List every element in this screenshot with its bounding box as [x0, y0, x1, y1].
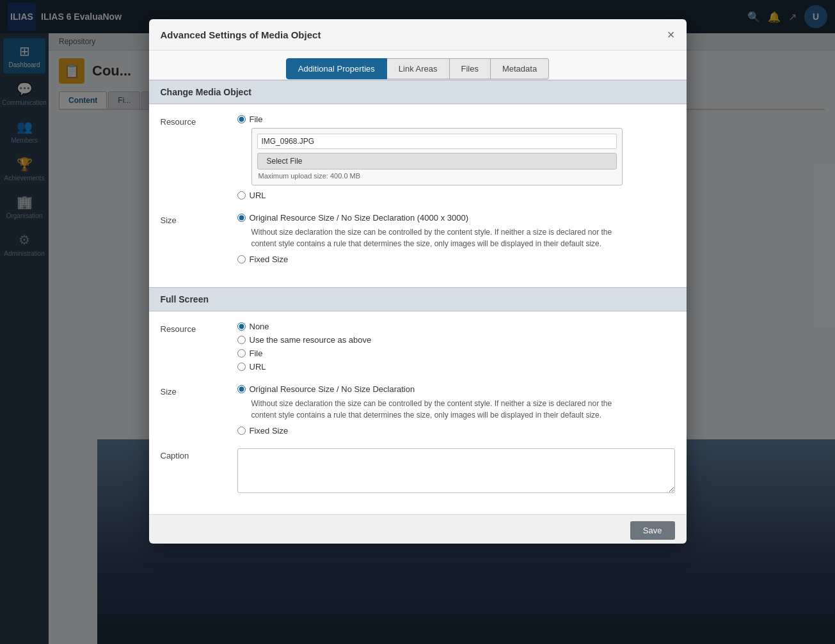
original-size-radio-label: Original Resource Size / No Size Declara…	[250, 213, 469, 223]
change-media-section-header: Change Media Object	[149, 80, 687, 104]
caption-control	[237, 448, 675, 495]
url-radio-input[interactable]	[237, 191, 246, 200]
original-size-description: Without size declaration the size can be…	[251, 226, 623, 249]
modal-tabs: Additional Properties Link Areas Files M…	[149, 51, 687, 80]
use-same-radio-option[interactable]: Use the same resource as above	[237, 335, 675, 345]
modal-footer: Save	[149, 514, 687, 544]
modal-tab-files[interactable]: Files	[450, 58, 491, 79]
file-radio-option[interactable]: File	[237, 114, 675, 124]
size-label: Size	[161, 213, 237, 225]
url-radio-option[interactable]: URL	[237, 191, 675, 200]
select-file-button[interactable]: Select File	[257, 153, 617, 169]
fixed-size-radio-option[interactable]: Fixed Size	[237, 255, 675, 264]
change-media-size-row: Size Original Resource Size / No Size De…	[161, 213, 675, 268]
modal-header: Advanced Settings of Media Object ×	[149, 19, 687, 51]
caption-row: Caption	[161, 448, 675, 495]
modal-tab-metadata[interactable]: Metadata	[491, 58, 549, 79]
fs-url-radio-input[interactable]	[237, 363, 246, 371]
fixed-size-radio-input[interactable]	[237, 255, 246, 263]
fs-original-size-description: Without size declaration the size can be…	[251, 398, 623, 421]
fs-fixed-size-radio-label: Fixed Size	[250, 426, 289, 436]
fs-url-radio-option[interactable]: URL	[237, 362, 675, 372]
fs-resource-control: None Use the same resource as above File	[237, 322, 675, 375]
fs-original-size-radio-input[interactable]	[237, 385, 246, 393]
caption-textarea[interactable]	[237, 448, 675, 493]
fs-file-radio-label: File	[250, 349, 263, 358]
full-screen-form: Resource None Use the same resource as a…	[149, 311, 687, 514]
none-radio-input[interactable]	[237, 322, 246, 331]
file-input-area: IMG_0968.JPG Select File Maximum upload …	[251, 128, 623, 185]
caption-label: Caption	[161, 448, 237, 460]
modal-title: Advanced Settings of Media Object	[161, 29, 321, 40]
modal-body: Change Media Object Resource File IMG_09…	[149, 80, 687, 514]
upload-hint: Maximum upload size: 400.0 MB	[257, 172, 617, 180]
modal-tab-additional-properties[interactable]: Additional Properties	[286, 58, 387, 79]
size-control: Original Resource Size / No Size Declara…	[237, 213, 675, 268]
fs-original-size-radio-option[interactable]: Original Resource Size / No Size Declara…	[237, 384, 675, 394]
fs-url-radio-label: URL	[250, 362, 266, 372]
fs-file-radio-option[interactable]: File	[237, 349, 675, 358]
modal-overlay: Advanced Settings of Media Object × Addi…	[0, 0, 835, 644]
original-size-radio-input[interactable]	[237, 214, 246, 222]
full-screen-resource-row: Resource None Use the same resource as a…	[161, 322, 675, 375]
file-radio-label: File	[250, 114, 263, 124]
modal-close-button[interactable]: ×	[667, 28, 675, 41]
full-screen-section-header: Full Screen	[149, 287, 687, 311]
url-radio-label: URL	[250, 191, 266, 200]
resource-control: File IMG_0968.JPG Select File Maximum up…	[237, 114, 675, 204]
fs-size-control: Original Resource Size / No Size Declara…	[237, 384, 675, 439]
resource-label: Resource	[161, 114, 237, 127]
fs-original-size-radio-label: Original Resource Size / No Size Declara…	[250, 384, 415, 394]
change-media-form: Resource File IMG_0968.JPG Select File M…	[149, 104, 687, 287]
none-radio-label: None	[250, 322, 269, 331]
full-screen-size-row: Size Original Resource Size / No Size De…	[161, 384, 675, 439]
modal-tab-link-areas[interactable]: Link Areas	[387, 58, 450, 79]
original-size-radio-option[interactable]: Original Resource Size / No Size Declara…	[237, 213, 675, 223]
fs-fixed-size-radio-option[interactable]: Fixed Size	[237, 426, 675, 436]
file-radio-input[interactable]	[237, 115, 246, 123]
fs-size-label: Size	[161, 384, 237, 397]
save-button[interactable]: Save	[630, 521, 675, 540]
modal-dialog: Advanced Settings of Media Object × Addi…	[149, 19, 687, 544]
change-media-resource-row: Resource File IMG_0968.JPG Select File M…	[161, 114, 675, 204]
file-name: IMG_0968.JPG	[257, 134, 617, 149]
fs-resource-label: Resource	[161, 322, 237, 334]
fs-file-radio-input[interactable]	[237, 349, 246, 357]
use-same-radio-input[interactable]	[237, 336, 246, 344]
fs-fixed-size-radio-input[interactable]	[237, 427, 246, 435]
fixed-size-radio-label: Fixed Size	[250, 255, 289, 264]
use-same-radio-label: Use the same resource as above	[250, 335, 372, 345]
none-radio-option[interactable]: None	[237, 322, 675, 331]
